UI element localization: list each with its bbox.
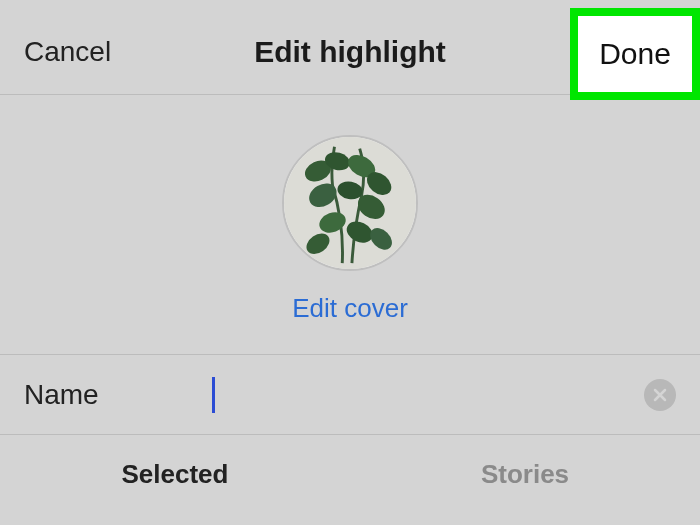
text-cursor: [212, 377, 215, 413]
done-button-highlight: Done: [570, 8, 700, 100]
name-input-row[interactable]: Name: [0, 355, 700, 435]
page-title: Edit highlight: [254, 35, 446, 69]
highlight-cover-image[interactable]: [282, 135, 418, 271]
close-icon: [653, 388, 667, 402]
edit-cover-button[interactable]: Edit cover: [292, 293, 408, 324]
name-input[interactable]: [184, 375, 644, 415]
name-label: Name: [24, 379, 184, 411]
tab-stories[interactable]: Stories: [350, 435, 700, 513]
plant-cover-icon: [284, 137, 416, 269]
svg-rect-0: [284, 137, 416, 269]
tab-selected[interactable]: Selected: [0, 435, 350, 513]
cancel-button[interactable]: Cancel: [24, 36, 111, 68]
tabs-bar: Selected Stories: [0, 435, 700, 513]
done-button[interactable]: Done: [599, 37, 671, 71]
clear-input-button[interactable]: [644, 379, 676, 411]
cover-section: Edit cover: [0, 95, 700, 355]
